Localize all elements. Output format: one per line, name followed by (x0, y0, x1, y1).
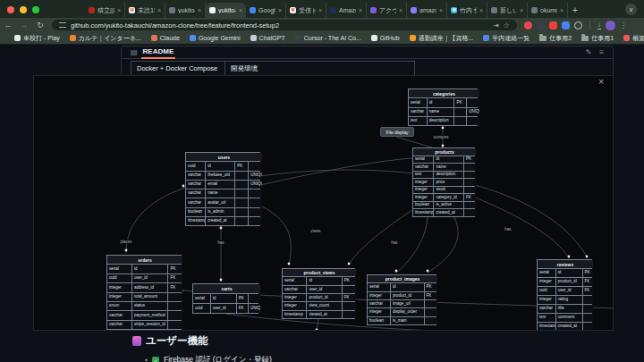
readme-tab[interactable]: README (141, 46, 176, 59)
er-cell (464, 179, 476, 186)
tab-close-icon[interactable]: × (198, 7, 201, 13)
tab-close-icon[interactable]: × (439, 7, 443, 13)
tab-close-icon[interactable]: × (359, 7, 362, 13)
send-to-device-icon[interactable]: ⇥ (493, 21, 499, 29)
bookmark-item[interactable]: 仕事用2 (539, 34, 572, 43)
er-table-product_views[interactable]: product_viewsserialidPKvarcharuser_idint… (282, 268, 355, 319)
tab[interactable]: amazon-clo...× (407, 3, 447, 18)
er-table-categories[interactable]: categoriesserialidPKvarcharnameUNIQUEtex… (408, 88, 478, 126)
bookmark-star-icon[interactable]: ☆ (504, 21, 510, 29)
extension-icon-2[interactable] (537, 21, 545, 29)
er-cell (235, 181, 248, 189)
er-cell: PK (464, 156, 476, 164)
bookmark-favicon (410, 35, 416, 41)
tab[interactable]: okumono_...× (528, 3, 568, 18)
tab-search-button[interactable]: ∨ (625, 4, 637, 15)
tab[interactable]: W竹内 悟人の...× (447, 3, 487, 18)
check-icon: ✓ (152, 357, 159, 362)
er-table-title: products (413, 148, 476, 156)
tab[interactable]: M未読1504(2件× (125, 3, 165, 18)
site-info-icon[interactable] (59, 22, 66, 28)
bookmark-item[interactable]: 車校打 - Play (14, 34, 60, 43)
profile-avatar[interactable] (606, 21, 615, 30)
er-cell: FK (237, 304, 248, 313)
new-tab-button[interactable]: + (568, 3, 582, 18)
user-features-emoji (132, 336, 141, 346)
tab[interactable]: M受信トレイ...× (286, 3, 326, 18)
back-icon[interactable]: ← (0, 21, 16, 29)
outline-icon[interactable]: ≡ (599, 48, 604, 56)
bookmark-favicon (70, 35, 76, 41)
url-text[interactable]: github.com/yukito-takauchi/amazon-clone/… (71, 21, 488, 29)
tab[interactable]: 積立設定一覧× (85, 3, 125, 18)
tab-close-icon[interactable]: × (318, 7, 322, 13)
er-table-products[interactable]: productsserialidPKvarcharnametextdescrip… (412, 147, 475, 217)
window-controls[interactable] (7, 6, 39, 13)
er-table-users[interactable]: usersuuididPKvarcharfirebase_uidUNIQUEva… (185, 152, 260, 226)
bookmark-label: GitHub (380, 35, 400, 41)
er-cell: integer (368, 308, 390, 316)
toolbar: ← → ↻ github.com/yukito-takauchi/amazon-… (0, 18, 644, 32)
tab-title: 竹内 悟人の... (460, 6, 477, 15)
address-bar[interactable]: github.com/yukito-takauchi/amazon-clone/… (52, 20, 517, 30)
edit-pencil-icon[interactable]: ✎ (586, 48, 592, 56)
maximize-window-button[interactable] (32, 6, 39, 13)
close-window-button[interactable] (7, 6, 14, 13)
tab-close-icon[interactable]: × (399, 7, 402, 13)
close-icon[interactable]: × (598, 77, 604, 87)
extension-icon-4[interactable] (562, 21, 570, 29)
er-cell: is_admin (206, 208, 234, 216)
er-cell: serial (409, 98, 427, 106)
bookmark-label: 通勤講座｜【資格... (419, 34, 474, 43)
extension-icon-1[interactable] (524, 21, 532, 29)
minimize-window-button[interactable] (20, 6, 27, 13)
tab-close-icon[interactable]: × (560, 7, 564, 13)
menu-kebab-icon[interactable]: ⋮ (620, 21, 627, 29)
bookmark-item[interactable]: 通勤講座｜【資格... (410, 34, 474, 43)
extension-icon-3[interactable] (549, 21, 557, 29)
er-cell: title (556, 305, 582, 313)
er-cell (425, 300, 437, 307)
bookmark-item[interactable]: Cursor - The AI Co... (295, 34, 361, 43)
tab[interactable]: Amazon Clo...× (326, 3, 367, 18)
tab-close-icon[interactable]: × (157, 7, 161, 13)
tab-close-icon[interactable]: × (479, 7, 483, 13)
tab-close-icon[interactable]: × (239, 7, 242, 13)
tab-close-icon[interactable]: × (520, 7, 523, 13)
forward-icon[interactable]: → (16, 21, 32, 29)
er-table-reviews[interactable]: reviewsserialidPKintegerproduct_idFKuuid… (537, 259, 592, 331)
er-cell: id (556, 269, 582, 277)
er-table-title: orders (107, 256, 182, 264)
tab[interactable]: yukito-taku...× (206, 3, 246, 18)
bookmark-item[interactable]: カルテ｜インターネ... (70, 34, 141, 43)
er-table-product_images[interactable]: product_imagesserialidPKintegerproduct_i… (367, 274, 436, 325)
er-cell: email (206, 181, 234, 189)
er-cell: FK (425, 292, 437, 299)
bookmark-item[interactable]: 概要 - My Workspa... (623, 34, 644, 43)
tab-strip: 積立設定一覧×M未読1504(2件×yukito-taku...×yukito-… (85, 3, 582, 18)
er-cell: varchar (413, 164, 433, 171)
bookmark-item[interactable]: 学内連絡一覧 (483, 34, 530, 43)
bookmark-item[interactable]: Google Gemini (190, 34, 241, 43)
er-cell: uuid (186, 162, 205, 170)
bookmark-item[interactable]: ChatGPT (250, 34, 285, 43)
tab[interactable]: Google カレ...× (246, 3, 286, 18)
download-icon[interactable]: ↓ (597, 21, 601, 29)
bookmark-item[interactable]: Claude (151, 34, 180, 43)
bookmark-item[interactable]: 仕事用1 (581, 34, 614, 43)
er-cell: description (428, 117, 454, 125)
file-display-node[interactable]: File display (380, 127, 414, 137)
tab[interactable]: yukito-taku...× (165, 3, 206, 18)
tab[interactable]: 新しいタブ× (487, 3, 528, 18)
er-cell: is_active (434, 202, 463, 209)
tab[interactable]: アクウェルモ...× (367, 3, 407, 18)
tab-close-icon[interactable]: × (278, 7, 282, 13)
er-cell: is_main (391, 317, 423, 324)
bookmark-item[interactable]: GitHub (371, 34, 400, 43)
er-table-carts[interactable]: cartsserialidPKuuiduser_idFKUNIQUE (192, 283, 258, 314)
er-table-orders[interactable]: ordersserialidPKuuiduser_idFKintegeraddr… (106, 255, 182, 330)
tab-close-icon[interactable]: × (117, 7, 121, 13)
refresh-icon[interactable]: ↻ (32, 21, 48, 29)
er-cell (168, 302, 182, 310)
extension-icon-5[interactable] (574, 21, 582, 29)
